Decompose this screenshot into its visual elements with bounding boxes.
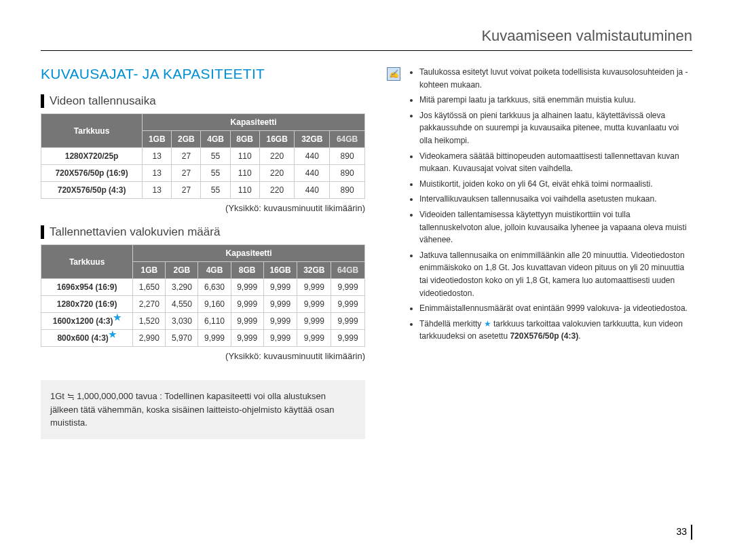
cap-header: 2GB [172,131,201,148]
star-icon: ★ [113,312,121,322]
cell: 13 [143,165,172,182]
cell: 13 [143,148,172,165]
cell: 440 [295,148,330,165]
cell: 4,550 [166,296,198,313]
row-label: 720X576/50p (4:3) [41,182,143,199]
table-row: 1280X720/25p132755110220440890 [41,148,365,165]
section-heading: KUVAUSAJAT- JA KAPASITEETIT [41,66,365,82]
cell: 6,630 [198,279,231,296]
cell: 27 [172,165,201,182]
video-table: Tarkkuus Kapasiteetti 1GB2GB4GB8GB16GB32… [41,113,365,199]
page-number: 33 [676,525,692,540]
cap-header: 8GB [230,131,259,148]
cell: 110 [230,165,259,182]
cell: 9,999 [263,313,297,330]
cell: 9,999 [263,279,297,296]
cell: 9,999 [297,313,331,330]
table-row: 800x600 (4:3)★2,9905,9709,9999,9999,9999… [41,330,365,347]
star-icon: ★ [484,319,491,329]
photo-subheading: Tallennettavien valokuvien määrä [41,225,365,239]
cap-header: 64GB [331,262,365,279]
cap-header: 1GB [143,131,172,148]
cell: 9,999 [231,330,263,347]
cap-header: 32GB [295,131,330,148]
table-row: 1600x1200 (4:3)★1,5203,0306,1109,9999,99… [41,313,365,330]
cell: 1,520 [133,313,166,330]
note-item-star: Tähdellä merkitty ★ tarkkuus tarkoittaa … [419,318,692,343]
row-label: 1280x720 (16:9) [41,296,133,313]
accent-bar [41,225,44,239]
row-label: 800x600 (4:3)★ [41,330,133,347]
cell: 110 [230,182,259,199]
cap-header: 4GB [198,262,231,279]
video-unit-note: (Yksikkö: kuvausminuutit likimäärin) [41,203,365,213]
cap-header: 4GB [201,131,230,148]
cell: 9,999 [297,279,331,296]
cell: 9,999 [263,296,297,313]
cell: 9,999 [331,296,365,313]
cell: 2,990 [133,330,166,347]
cap-header: 8GB [231,262,263,279]
cell: 890 [330,165,365,182]
col-kapasiteetti: Kapasiteetti [143,114,365,131]
note-item: Intervallikuvauksen tallennusaika voi va… [419,193,692,206]
note-bold-resolution: 720X576/50p (4:3) [510,331,578,341]
photo-table: Tarkkuus Kapasiteetti 1GB2GB4GB8GB16GB32… [41,244,365,347]
note-icon: ✍ [387,67,400,81]
cell: 9,999 [331,330,365,347]
cell: 6,110 [198,313,231,330]
row-label: 1696x954 (16:9) [41,279,133,296]
table-row: 720X576/50p (4:3)132755110220440890 [41,182,365,199]
photo-heading-text: Tallennettavien valokuvien määrä [50,225,220,239]
cell: 9,160 [198,296,231,313]
col-tarkkuus: Tarkkuus [41,245,133,279]
cell: 9,999 [231,296,263,313]
note-item: Jos käytössä on pieni tarkkuus ja alhain… [419,109,692,147]
col-kapasiteetti: Kapasiteetti [133,245,365,262]
cell: 220 [259,148,295,165]
cell: 440 [295,182,330,199]
video-subheading: Videon tallennusaika [41,94,365,108]
cell: 3,290 [166,279,198,296]
cell: 890 [330,148,365,165]
cell: 9,999 [297,330,331,347]
cell: 13 [143,182,172,199]
photo-unit-note: (Yksikkö: kuvausminuutit likimäärin) [41,351,365,361]
cell: 9,999 [198,330,231,347]
cell: 9,999 [297,296,331,313]
note-item: Enimmäistallennusmäärät ovat enintään 99… [419,302,692,315]
cell: 440 [295,165,330,182]
table-row: 1696x954 (16:9)1,6503,2906,6309,9999,999… [41,279,365,296]
cell: 3,030 [166,313,198,330]
note-item: Taulukossa esitetyt luvut voivat poiketa… [419,66,692,91]
capacity-footnote-box: 1Gt ≒ 1,000,000,000 tavua : Todellinen k… [41,380,365,439]
cell: 9,999 [331,279,365,296]
cell: 9,999 [331,313,365,330]
cell: 9,999 [231,313,263,330]
cell: 27 [172,182,201,199]
cell: 27 [172,148,201,165]
accent-bar [41,94,44,108]
cell: 55 [201,148,230,165]
cell: 890 [330,182,365,199]
note-item: Videokamera säätää bittinopeuden automaa… [419,150,692,175]
cell: 220 [259,182,295,199]
cap-header: 16GB [263,262,297,279]
cell: 55 [201,182,230,199]
cell: 1,650 [133,279,166,296]
cap-header: 1GB [133,262,166,279]
cell: 2,270 [133,296,166,313]
cap-header: 16GB [259,131,295,148]
note-item: Videoiden tallentamisessa käytettyyn mui… [419,208,692,246]
cap-header: 64GB [330,131,365,148]
video-heading-text: Videon tallennusaika [50,94,156,108]
table-row: 1280x720 (16:9)2,2704,5509,1609,9999,999… [41,296,365,313]
table-row: 720X576/50p (16:9)132755110220440890 [41,165,365,182]
cap-header: 32GB [297,262,331,279]
cell: 9,999 [263,330,297,347]
cell: 5,970 [166,330,198,347]
cell: 220 [259,165,295,182]
note-item: Jatkuva tallennusaika on enimmilläänkin … [419,249,692,299]
star-icon: ★ [109,329,117,339]
row-label: 1280X720/25p [41,148,143,165]
